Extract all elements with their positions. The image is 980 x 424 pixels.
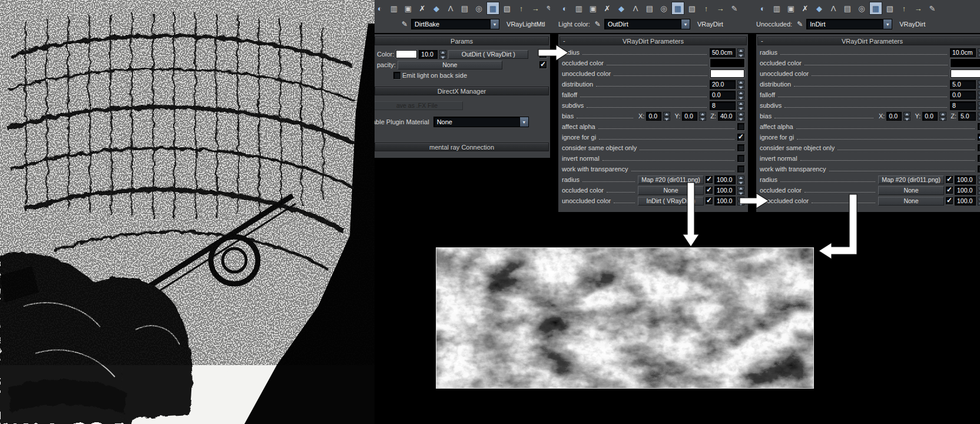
dropdown-arrow-icon[interactable]: ▼ [490, 19, 499, 29]
affect-alpha-checkbox[interactable] [978, 123, 980, 130]
show-end-result-icon[interactable]: ▧ [501, 2, 514, 15]
rollout-mental-ray-connection[interactable]: mental ray Connection [375, 143, 549, 151]
spinner-control[interactable] [978, 91, 980, 100]
spinner-up-icon[interactable] [737, 175, 744, 180]
make-material-copy-icon[interactable]: ◆ [615, 2, 628, 15]
unoccluded-color-map-button[interactable]: InDirt ( VRayDirt ) [638, 197, 704, 206]
spinner-control[interactable] [439, 50, 446, 59]
occluded-color-amount-field[interactable]: 100.0 [955, 186, 976, 195]
spinner-up-icon[interactable] [978, 91, 980, 95]
ignore-for-gi-checkbox[interactable] [978, 134, 980, 141]
reset-map-icon[interactable]: ✗ [416, 2, 429, 15]
spinner-control[interactable] [737, 175, 744, 184]
bias-y-field[interactable]: 0.0 [682, 112, 697, 121]
unoccluded-color-map-button[interactable]: None [878, 197, 944, 206]
bias-y-field[interactable]: 0.0 [922, 112, 938, 121]
affect-alpha-checkbox[interactable] [737, 123, 744, 130]
go-forward-sibling-icon[interactable]: → [714, 2, 727, 15]
spinner-up-icon[interactable] [737, 80, 744, 84]
bias-z-field[interactable]: 5.0 [958, 112, 976, 121]
emit-light-checkbox[interactable] [393, 72, 400, 79]
spinner-control[interactable] [737, 80, 744, 89]
dropdown-arrow-icon[interactable]: ▼ [681, 19, 690, 29]
go-to-parent-icon[interactable]: ↑ [700, 2, 713, 15]
invert-normal-checkbox[interactable] [737, 155, 744, 162]
collapse-icon[interactable]: - [761, 37, 763, 45]
unoccluded-color-amount-field[interactable]: 100.0 [714, 197, 736, 206]
falloff-field[interactable]: 0.0 [710, 91, 736, 100]
distribution-field[interactable]: 20.0 [710, 80, 736, 89]
rollout-vraydirt-parameters[interactable]: - VRayDirt Parameters [757, 37, 980, 45]
spinner-down-icon[interactable] [737, 191, 744, 195]
spinner-down-icon[interactable] [978, 53, 980, 57]
radius-map-button[interactable]: Map #20 (dir011.png) [878, 175, 944, 184]
assign-material-icon[interactable]: ▣ [402, 2, 415, 15]
make-material-copy-icon[interactable]: ◆ [430, 2, 443, 15]
bias-x-field[interactable]: 0.0 [646, 112, 661, 121]
unoccluded-color-map-checkbox[interactable] [706, 197, 713, 204]
occluded-color-amount-field[interactable]: 100.0 [714, 186, 736, 195]
get-material-icon[interactable]: ◐ [373, 2, 386, 15]
spinner-down-icon[interactable] [737, 106, 744, 110]
spinner-control[interactable] [978, 48, 980, 57]
spinner-up-icon[interactable] [978, 186, 980, 190]
spinner-down-icon[interactable] [978, 117, 980, 121]
put-material-to-scene-icon[interactable]: ▥ [572, 2, 585, 15]
radius-map-checkbox[interactable] [946, 176, 953, 183]
pick-material-icon[interactable]: ✎ [728, 2, 741, 15]
bias-x-field[interactable]: 0.0 [886, 112, 902, 121]
occluded-color-map-checkbox[interactable] [706, 187, 713, 194]
show-end-result-icon[interactable]: ▧ [686, 2, 698, 15]
spinner-control[interactable] [978, 175, 980, 184]
material-type-button[interactable]: VRayDirt [697, 21, 723, 28]
spinner-up-icon[interactable] [978, 48, 980, 52]
spinner-up-icon[interactable] [978, 101, 980, 105]
rollout-vraydirt-parameters[interactable]: - VRayDirt Parameters [559, 37, 747, 45]
spinner-down-icon[interactable] [978, 180, 980, 184]
spinner-control[interactable] [737, 48, 744, 57]
pick-material-icon[interactable]: ✎ [543, 2, 550, 15]
spinner-control[interactable] [978, 101, 980, 110]
color-map-button[interactable]: OutDirt ( VRayDirt ) [448, 50, 528, 59]
put-to-library-icon[interactable]: ▤ [643, 2, 656, 15]
subdivs-field[interactable]: 8 [950, 101, 976, 110]
spinner-down-icon[interactable] [439, 55, 446, 59]
spinner-down-icon[interactable] [939, 117, 946, 121]
material-name-dropdown[interactable]: InDirt ▼ [806, 19, 892, 29]
save-fx-file-button[interactable]: ave as .FX File [373, 101, 463, 110]
opacity-map-checkbox[interactable] [539, 61, 547, 68]
unoccluded-color-amount-field[interactable]: 100.0 [955, 197, 976, 206]
put-to-library-icon[interactable]: ▤ [458, 2, 471, 15]
material-id-channel-icon[interactable]: ◎ [472, 2, 485, 15]
spinner-up-icon[interactable] [978, 197, 980, 201]
spinner-control[interactable] [737, 91, 744, 100]
go-forward-sibling-icon[interactable]: → [912, 2, 925, 15]
spinner-down-icon[interactable] [978, 106, 980, 110]
assign-material-icon[interactable]: ▣ [784, 2, 797, 15]
put-material-to-scene-icon[interactable]: ▥ [388, 2, 400, 15]
put-material-to-scene-icon[interactable]: ▥ [770, 2, 783, 15]
spinner-control[interactable] [978, 112, 980, 121]
color-multiplier-field[interactable]: 10.0 [419, 50, 438, 59]
work-with-transparency-checkbox[interactable] [737, 165, 744, 173]
spinner-control[interactable] [978, 186, 980, 195]
dropdown-arrow-icon[interactable]: ▼ [519, 117, 528, 127]
go-to-parent-icon[interactable]: ↑ [515, 2, 528, 15]
spinner-control[interactable] [737, 186, 744, 195]
spinner-down-icon[interactable] [978, 191, 980, 195]
pick-material-icon[interactable]: ✎ [926, 2, 939, 15]
radius-amount-field[interactable]: 100.0 [955, 175, 976, 184]
material-type-button[interactable]: VRayLightMtl [506, 21, 545, 28]
spinner-up-icon[interactable] [439, 50, 446, 54]
rollout-params[interactable]: Params [375, 37, 549, 45]
color-map-checkbox[interactable] [539, 51, 547, 58]
get-material-icon[interactable]: ◐ [756, 2, 769, 15]
dropdown-arrow-icon[interactable]: ▼ [883, 19, 892, 29]
make-unique-icon[interactable]: Λ [629, 2, 642, 15]
make-material-copy-icon[interactable]: ◆ [813, 2, 826, 15]
spinner-up-icon[interactable] [699, 112, 706, 116]
show-map-in-viewport-icon[interactable]: ▦ [486, 2, 499, 15]
put-to-library-icon[interactable]: ▤ [841, 2, 854, 15]
occluded-color-map-button[interactable]: None [878, 186, 944, 195]
spinner-up-icon[interactable] [978, 175, 980, 180]
